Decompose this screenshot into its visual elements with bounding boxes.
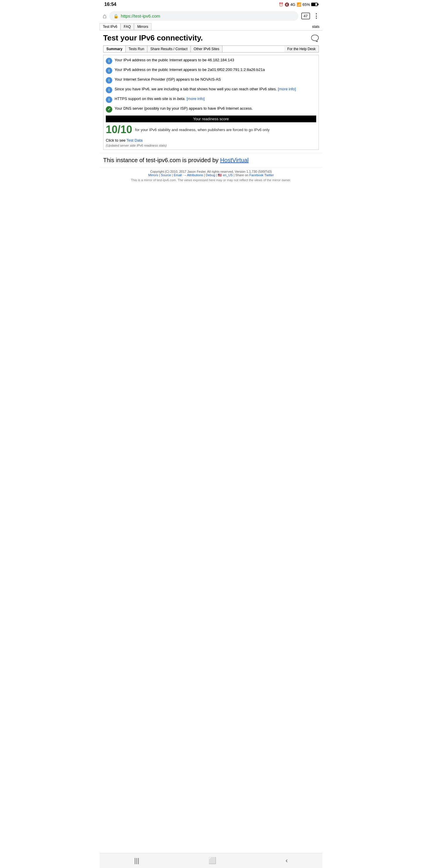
battery-percent: 65% xyxy=(302,2,310,7)
page-nav-tabs: Summary Tests Run Share Results / Contac… xyxy=(103,45,319,53)
tab-test-ipv6[interactable]: Test IPv6 xyxy=(100,23,121,30)
hostvirtual-link[interactable]: HostVirtual xyxy=(220,157,249,163)
tab-faq[interactable]: FAQ xyxy=(121,23,134,30)
score-banner: Your readiness score xyxy=(106,116,316,122)
info-text-2: Your Internet Service Provider (ISP) app… xyxy=(115,77,316,82)
signal-label: 4G xyxy=(290,2,295,7)
info-row-1: i Your IPv6 address on the public Intern… xyxy=(106,67,316,74)
alarm-icon: ⏰ xyxy=(279,2,283,7)
more-info-link-3[interactable]: [more info] xyxy=(278,87,296,91)
info-icon-4: i xyxy=(106,96,112,103)
nav-tab-help-desk[interactable]: For the Help Desk xyxy=(284,46,319,52)
bottom-padding xyxy=(100,302,322,319)
email-link[interactable]: Email xyxy=(174,173,182,177)
score-number: 10/10 xyxy=(106,123,132,136)
mirrors-link[interactable]: Mirrors xyxy=(148,173,158,177)
more-info-link-4[interactable]: [more info] xyxy=(187,96,204,101)
check-icon-5: ✓ xyxy=(106,106,112,113)
nav-tab-share-results[interactable]: Share Results / Contact xyxy=(148,46,191,52)
info-icon-3: i xyxy=(106,87,112,93)
tab-mirrors[interactable]: Mirrors xyxy=(134,23,151,30)
status-bar: 16:54 ⏰ 🔇 4G 📶 65% xyxy=(100,0,322,9)
info-text-4: HTTPS support on this web site is in bet… xyxy=(115,96,316,101)
info-icon-0: i xyxy=(106,58,112,64)
page-title: Test your IPv6 connectivity. xyxy=(103,33,319,42)
info-row-3: i Since you have IPv6, we are including … xyxy=(106,87,316,93)
nav-tab-other-ipv6[interactable]: Other IPv6 Sites xyxy=(191,46,222,52)
mirror-note: This is a mirror of test-ipv6.com. The v… xyxy=(103,178,319,182)
info-text-1: Your IPv6 address on the public Internet… xyxy=(115,67,316,72)
status-icons: ⏰ 🔇 4G 📶 65% xyxy=(279,2,318,7)
info-row-2: i Your Internet Service Provider (ISP) a… xyxy=(106,77,316,84)
info-text-3: Since you have IPv6, we are including a … xyxy=(115,87,316,92)
beta-text: beta xyxy=(177,96,184,101)
tab-count[interactable]: 47 xyxy=(301,12,310,19)
debug-link[interactable]: Debug xyxy=(206,173,215,177)
updated-note: (Updated server side IPv6 readiness stat… xyxy=(106,144,316,147)
copyright: Copyright (C) 2010, 2017 Jason Fesler. A… xyxy=(103,170,319,173)
sound-icon: 🔇 xyxy=(285,2,289,7)
attributions-link[interactable]: Attributions xyxy=(187,173,203,177)
info-text-0: Your IPv4 address on the public Internet… xyxy=(115,58,316,63)
nav-tab-tests-run[interactable]: Tests Run xyxy=(126,46,148,52)
translate-icon[interactable]: 🗨️ xyxy=(311,35,319,42)
twitter-link[interactable]: Twitter xyxy=(264,173,274,177)
lock-icon: 🔒 xyxy=(113,14,119,19)
battery-icon xyxy=(311,3,318,6)
footer-links: Mirrors | Source | Email · – Attribution… xyxy=(103,173,319,177)
page-content: 🗨️ Test your IPv6 connectivity. Summary … xyxy=(100,31,322,153)
info-icon-1: i xyxy=(106,67,112,74)
home-icon[interactable]: ⌂ xyxy=(103,12,106,20)
test-data-link[interactable]: Test Data xyxy=(127,138,143,143)
empty-space xyxy=(100,184,322,302)
info-row-4: i HTTPS support on this web site is in b… xyxy=(106,96,316,103)
test-data-row: Click to see Test Data xyxy=(106,138,316,143)
time: 16:54 xyxy=(104,2,116,7)
nav-tab-summary[interactable]: Summary xyxy=(103,46,126,52)
info-row-0: i Your IPv4 address on the public Intern… xyxy=(106,58,316,64)
footer: Copyright (C) 2010, 2017 Jason Fesler. A… xyxy=(100,167,322,184)
info-text-5: Your DNS server (possibly run by your IS… xyxy=(115,106,316,111)
menu-dots[interactable]: ⋮ xyxy=(313,12,319,20)
info-panel: i Your IPv4 address on the public Intern… xyxy=(103,55,319,150)
info-row-5: ✓ Your DNS server (possibly run by your … xyxy=(106,106,316,113)
browser-chrome: ⌂ 🔒 https://test-ipv6.com 47 ⋮ xyxy=(100,9,322,23)
instance-banner: This instance of test-ipv6.com is provid… xyxy=(100,153,322,167)
signal-bars-icon: 📶 xyxy=(297,2,301,7)
source-link[interactable]: Source xyxy=(161,173,171,177)
stats-link[interactable]: stats xyxy=(309,24,322,30)
score-row: 10/10 for your IPv6 stability and readin… xyxy=(106,123,316,136)
locale-link[interactable]: 🇺🇸 en_US xyxy=(218,173,233,177)
score-desc: for your IPv6 stability and readiness, w… xyxy=(135,128,316,132)
url-text[interactable]: https://test-ipv6.com xyxy=(121,13,160,19)
facebook-link[interactable]: Facebook xyxy=(249,173,263,177)
browser-tabs: Test IPv6 FAQ Mirrors stats xyxy=(100,23,322,31)
url-bar[interactable]: 🔒 https://test-ipv6.com xyxy=(109,11,298,21)
info-icon-2: i xyxy=(106,77,112,84)
